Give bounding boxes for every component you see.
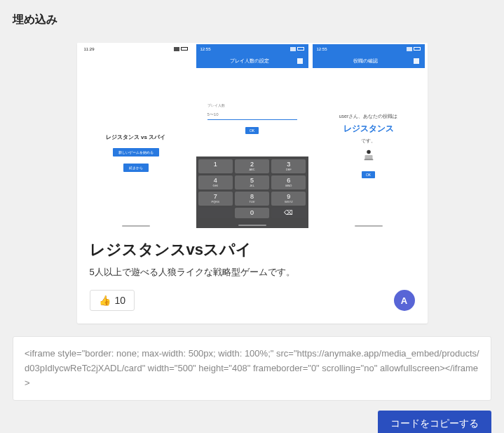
svg-rect-2 xyxy=(364,159,373,160)
card-content: レジスタンスvsスパイ 5人以上で遊べる人狼ライクな戦略型ゲームです。 👍 10… xyxy=(77,228,428,324)
thumbs-up-icon: 👍 xyxy=(99,295,111,306)
home-indicator xyxy=(196,224,308,228)
phone-statusbar: 12:55 xyxy=(313,44,425,54)
card-title: レジスタンスvsスパイ xyxy=(90,239,415,260)
app-title: レジスタンス vs スパイ xyxy=(106,133,165,141)
phone-body: プレイ人数 5〜10 OK xyxy=(196,68,308,156)
key-1: 1 xyxy=(198,159,233,173)
key-3: 3DEF xyxy=(271,159,306,173)
continue-button: 続きから xyxy=(123,164,149,172)
numeric-keypad: 1 2ABC 3DEF 4GHI 5JKL 6MNO 7PQRS 8TUV 9W… xyxy=(196,156,308,224)
key-7: 7PQRS xyxy=(198,192,233,206)
svg-rect-1 xyxy=(365,155,372,159)
key-9: 9WXYZ xyxy=(271,192,306,206)
author-avatar[interactable]: A xyxy=(394,290,415,311)
phone-statusbar: 11:29 xyxy=(80,44,192,54)
screenshot-1: 11:29 レジスタンス vs スパイ 新しいゲームを始める 続きから xyxy=(80,44,192,228)
section-title: 埋め込み xyxy=(13,13,491,27)
copy-code-button[interactable]: コードをコピーする xyxy=(378,411,491,433)
header-title: プレイ人数の設定 xyxy=(230,58,269,65)
player-count-input: 5〜10 xyxy=(207,112,297,120)
role-name: レジスタンス xyxy=(343,123,394,135)
key-delete: ⌫ xyxy=(271,208,306,218)
status-icons xyxy=(290,47,304,51)
phone-statusbar: 12:55 xyxy=(196,44,308,54)
home-icon xyxy=(414,58,419,64)
phone-body: userさん、あなたの役職は レジスタンス です。 OK xyxy=(313,68,425,222)
phone-header: 役職の確認 xyxy=(313,54,425,68)
card-footer: 👍 10 A xyxy=(90,290,415,311)
card-description: 5人以上で遊べる人狼ライクな戦略型ゲームです。 xyxy=(90,266,415,279)
role-desc: です。 xyxy=(361,138,376,145)
copy-row: コードをコピーする xyxy=(13,411,491,433)
like-button[interactable]: 👍 10 xyxy=(90,290,135,311)
key-4: 4GHI xyxy=(198,175,233,189)
input-label: プレイ人数 xyxy=(207,103,297,107)
phone-time: 12:55 xyxy=(200,47,211,51)
key-8: 8TUV xyxy=(235,192,269,206)
header-title: 役職の確認 xyxy=(353,58,378,65)
phone-body: レジスタンス vs スパイ 新しいゲームを始める 続きから xyxy=(80,54,192,222)
phone-header: プレイ人数の設定 xyxy=(196,54,308,68)
home-indicator xyxy=(313,222,425,228)
embed-preview-card: 11:29 レジスタンス vs スパイ 新しいゲームを始める 続きから 12:5… xyxy=(77,43,428,324)
embed-code-box[interactable]: <iframe style="border: none; max-width: … xyxy=(13,336,491,401)
ok-button: OK xyxy=(245,127,259,134)
phone-time: 12:55 xyxy=(317,47,327,51)
new-game-button: 新しいゲームを始める xyxy=(113,148,159,156)
screenshot-2: 12:55 プレイ人数の設定 プレイ人数 5〜10 OK 1 2ABC 3DEF… xyxy=(196,44,308,228)
home-icon xyxy=(297,58,303,64)
key-5: 5JKL xyxy=(235,175,269,189)
key-2: 2ABC xyxy=(235,159,269,173)
svg-point-0 xyxy=(367,149,371,154)
role-line1: userさん、あなたの役職は xyxy=(339,113,398,120)
person-laptop-icon xyxy=(361,147,376,163)
status-icons xyxy=(174,47,188,51)
home-indicator xyxy=(80,222,192,228)
screenshot-3: 12:55 役職の確認 userさん、あなたの役職は レジスタンス です。 OK xyxy=(313,44,425,228)
card-screenshots: 11:29 レジスタンス vs スパイ 新しいゲームを始める 続きから 12:5… xyxy=(77,43,428,228)
ok-button: OK xyxy=(362,171,375,178)
key-blank xyxy=(198,208,233,218)
like-count: 10 xyxy=(115,295,126,306)
phone-time: 11:29 xyxy=(84,47,95,51)
key-0: 0 xyxy=(235,208,269,218)
status-icons xyxy=(407,47,421,51)
key-6: 6MNO xyxy=(271,175,306,189)
